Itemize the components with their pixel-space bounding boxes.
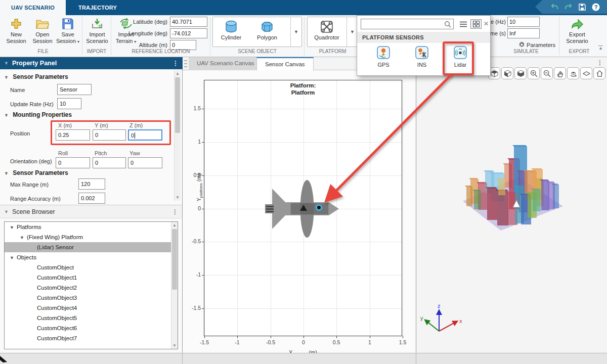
restore-flat-view-button[interactable] (580, 67, 592, 79)
collapse-toolstrip-button[interactable]: ▲ (598, 46, 603, 50)
zoom-in-button[interactable] (528, 67, 540, 79)
cylinder-button[interactable]: Cylinder (215, 19, 247, 40)
update-rate-field[interactable]: 10 (57, 98, 81, 109)
collapse-triangle-icon[interactable]: ▼ (4, 61, 9, 66)
tab-trajectory[interactable]: TRAJECTORY (67, 0, 128, 15)
mounting-properties-section[interactable]: ▼ Mounting Properties (4, 111, 72, 118)
y-tick-mark (202, 209, 204, 209)
property-panel-header[interactable]: ▼ Property Panel ⋮ (0, 57, 183, 69)
scroll-up-icon[interactable]: ▲ (175, 71, 181, 76)
new-session-button[interactable]: New Session (3, 17, 29, 44)
scroll-down-icon[interactable]: ▼ (171, 343, 178, 348)
orientation-label: Orientation (deg) (10, 158, 52, 164)
tree-item[interactable]: ▼Objects (5, 252, 178, 262)
polygon-button[interactable]: Polygon (251, 19, 283, 40)
list-view-icon[interactable] (458, 19, 469, 29)
pan-button[interactable] (554, 67, 566, 79)
yaw-field[interactable]: 0 (128, 157, 162, 168)
tree-item[interactable]: ▼(Fixed Wing) Platform (5, 232, 178, 242)
platform-gallery-expand-button[interactable]: ▼ (346, 17, 358, 47)
tree-item[interactable]: CustomObject7 (5, 333, 178, 343)
position-x-field[interactable]: 0.25 (56, 129, 90, 141)
sensor-name-field[interactable]: Sensor (57, 84, 92, 95)
latitude-field[interactable]: 40.7071 (170, 17, 207, 27)
pitch-field[interactable]: 0 (93, 157, 126, 168)
save-session-button[interactable]: Save Session ▾ (55, 17, 81, 45)
scroll-up-icon[interactable]: ▲ (171, 223, 178, 228)
collapse-triangle-icon[interactable]: ▼ (4, 209, 9, 214)
position-z-field[interactable]: 0 (128, 129, 162, 141)
city-3d-view[interactable] (443, 141, 607, 257)
tree-item[interactable]: ▼Platforms (5, 222, 178, 232)
tree-item[interactable]: CustomObject3 (5, 293, 178, 303)
range-accuracy-field[interactable]: 0.002 (78, 193, 105, 204)
expand-triangle-icon[interactable]: ▼ (10, 225, 14, 230)
redo-icon[interactable] (564, 3, 573, 11)
parameters-button[interactable]: Parameters (518, 41, 555, 48)
scrollbar-thumb[interactable] (172, 229, 177, 290)
view-cube-bottom-button[interactable] (514, 67, 527, 79)
tree-item[interactable]: (Lidar) Sensor (5, 242, 178, 252)
panel-menu-icon[interactable]: ⋮ (172, 208, 178, 215)
lidar-sensor-button[interactable]: Lidar (444, 44, 476, 68)
document-bar-grip[interactable] (184, 60, 187, 67)
property-panel-scrollbar[interactable]: ▲ ▼ (174, 70, 181, 201)
y-tick-label: -0.5 (184, 238, 201, 244)
tree-item[interactable]: CustomObject (5, 262, 178, 272)
rotate-3d-button[interactable] (567, 67, 579, 79)
building-roof (512, 145, 527, 147)
expand-triangle-icon[interactable]: ▼ (10, 255, 14, 260)
tree-item[interactable]: CustomObject2 (5, 283, 178, 293)
undo-icon[interactable] (550, 3, 559, 11)
scene-object-gallery-expand-button[interactable]: ▼ (290, 17, 301, 47)
tab-sensor-canvas[interactable]: Sensor Canvas (256, 57, 314, 70)
tree-item[interactable]: CustomObject1 (5, 272, 178, 283)
sensor-label: Lidar (444, 62, 476, 68)
range-accuracy-label: Range Accuracy (m) (10, 196, 61, 202)
scene-browser-header[interactable]: ▼ Scene Browser ⋮ (0, 205, 183, 218)
building-roof (469, 178, 479, 179)
name-label: Name (10, 87, 25, 93)
view-cube-corner-button[interactable] (501, 67, 513, 79)
export-scenario-button[interactable]: Export Scenario (562, 17, 592, 44)
tree-item-label: Objects (17, 254, 36, 260)
tab-uav-scenario-canvas[interactable]: UAV Scenario Canvas (189, 57, 263, 70)
tree-item[interactable]: CustomObject5 (5, 313, 178, 323)
sensor-search-input[interactable] (361, 19, 454, 29)
building (497, 191, 508, 225)
section-label-scene-object: SCENE OBJECT (212, 49, 302, 54)
tree-item[interactable]: CustomObject4 (5, 303, 178, 313)
save-icon[interactable] (578, 3, 586, 11)
lidar-icon (444, 44, 476, 61)
scroll-down-icon[interactable]: ▼ (175, 195, 181, 200)
expand-triangle-icon[interactable]: ▼ (20, 235, 24, 240)
ins-icon (406, 44, 438, 61)
gps-sensor-button[interactable]: GPS (367, 44, 400, 68)
position-y-field[interactable]: 0 (93, 129, 126, 141)
close-icon[interactable]: ✕ (484, 20, 489, 27)
tree-item[interactable]: CustomObject6 (5, 323, 178, 333)
sensor-plot-axes[interactable]: Platform:Platform -1.5-1-0.500.511.5 (204, 80, 402, 336)
ins-sensor-button[interactable]: INS (406, 44, 438, 68)
sensor-parameters-section-2[interactable]: ▼ Sensor Parameters (4, 169, 68, 176)
sensor-parameters-section[interactable]: ▼ Sensor Parameters (4, 73, 68, 80)
scrollbar-thumb[interactable] (175, 77, 180, 133)
roll-field[interactable]: 0 (56, 157, 90, 168)
grid-view-icon[interactable] (470, 19, 482, 29)
home-button[interactable] (593, 67, 605, 79)
scene-browser-scrollbar[interactable]: ▲ ▼ (171, 222, 178, 349)
longitude-field[interactable]: -74.012 (170, 28, 207, 38)
zoom-out-button[interactable] (541, 67, 553, 79)
pos-x-column-label: X (m) (58, 122, 72, 128)
tab-uav-scenario[interactable]: UAV SCENARIO (0, 0, 66, 15)
quadrotor-button[interactable]: Quadrotor (311, 19, 342, 40)
tree-item-label: CustomObject7 (37, 335, 77, 341)
panel-menu-icon[interactable]: ⋮ (597, 59, 603, 66)
stop-time-field[interactable]: Inf (507, 28, 540, 38)
max-range-field[interactable]: 120 (78, 178, 105, 190)
panel-menu-icon[interactable]: ⋮ (172, 60, 179, 67)
lidar-sensor-marker[interactable] (316, 204, 322, 211)
update-rate-field[interactable]: 10 (507, 17, 540, 27)
help-icon[interactable]: ? (591, 3, 600, 11)
open-session-button[interactable]: Open Session (29, 17, 56, 44)
